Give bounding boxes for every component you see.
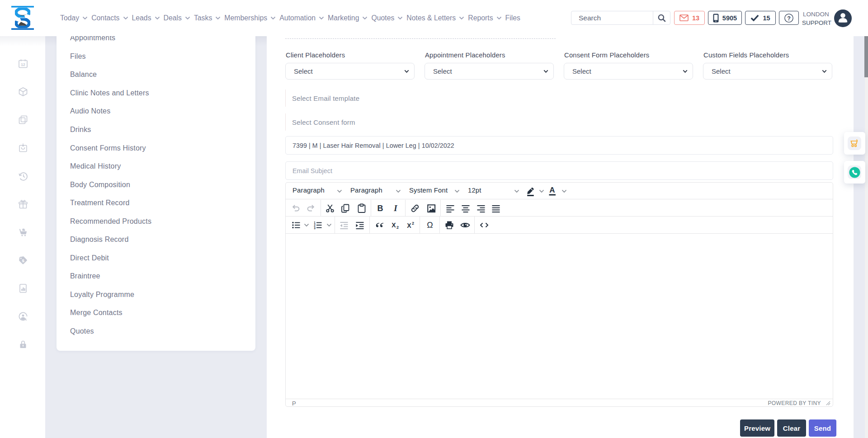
svg-text:3: 3 — [314, 226, 316, 229]
svg-text:I: I — [393, 203, 397, 213]
svg-text:12: 12 — [21, 62, 25, 67]
svg-text:X: X — [392, 221, 396, 228]
svg-text:2: 2 — [412, 221, 414, 226]
svg-text:A: A — [549, 186, 555, 194]
svg-text:Ω: Ω — [427, 221, 433, 230]
svg-text:X: X — [407, 221, 411, 229]
svg-text:B: B — [377, 204, 383, 213]
svg-text:2: 2 — [396, 225, 399, 230]
svg-text:?: ? — [787, 15, 791, 21]
svg-text:$: $ — [22, 258, 25, 263]
